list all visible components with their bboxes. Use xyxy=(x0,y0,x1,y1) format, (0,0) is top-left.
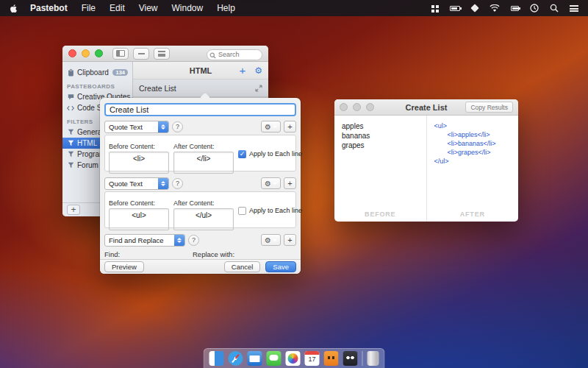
quote-icon xyxy=(67,93,74,100)
sidebar-item-clipboard[interactable]: Clipboard 134 xyxy=(62,67,132,78)
list-view-button[interactable] xyxy=(154,48,170,60)
after-content-label: After Content: xyxy=(173,143,215,150)
before-content-input[interactable]: <li> xyxy=(109,152,169,174)
search-field-wrap xyxy=(207,46,262,60)
filter-name-input[interactable] xyxy=(104,103,296,116)
dock-icon-pastebot[interactable] xyxy=(324,351,339,366)
filter-icon xyxy=(67,140,74,146)
step-type-value: Find and Replace xyxy=(109,236,163,244)
dropbox-icon[interactable] xyxy=(470,3,480,13)
step-type-dropdown[interactable]: Quote Text xyxy=(104,121,169,133)
step-options-button[interactable]: ⚙ xyxy=(261,234,281,246)
filter-settings-gear-icon[interactable]: ⚙ xyxy=(254,66,262,75)
add-step-button[interactable]: + xyxy=(284,177,296,189)
apple-menu-icon[interactable] xyxy=(9,3,18,14)
menu-file[interactable]: File xyxy=(82,3,96,13)
sidebar-toggle-icon xyxy=(116,50,125,57)
menu-view[interactable]: View xyxy=(139,3,158,13)
filter-steps: Quote Text ? ⚙ + Before Content: <li> Af… xyxy=(104,120,296,263)
preview-window: Create List Copy Results apples bananas … xyxy=(334,99,518,222)
menu-status-area xyxy=(430,3,588,13)
keyboard-grid-icon[interactable] xyxy=(430,3,440,13)
collapse-view-button[interactable] xyxy=(133,48,149,60)
before-pane-label: BEFORE xyxy=(334,210,426,218)
dock-icon-pastebot-alt[interactable] xyxy=(343,351,358,366)
spotlight-icon[interactable] xyxy=(549,3,559,13)
sidebar-item-label: Clipboard xyxy=(77,68,109,77)
panel-title: HTML xyxy=(190,66,212,75)
close-button[interactable] xyxy=(68,49,76,57)
menu-help[interactable]: Help xyxy=(217,3,235,13)
pastebot-titlebar[interactable] xyxy=(62,46,268,62)
step-type-dropdown[interactable]: Quote Text xyxy=(104,177,169,190)
menu-bar: Pastebot File Edit View Window Help xyxy=(0,0,588,16)
expand-icon[interactable] xyxy=(255,85,262,92)
battery-small-icon[interactable] xyxy=(450,3,460,13)
step-type-value: Quote Text xyxy=(109,180,143,188)
step-options-button[interactable]: ⚙ xyxy=(261,121,281,132)
add-pasteboard-button[interactable]: + xyxy=(67,205,80,215)
menu-window[interactable]: Window xyxy=(172,3,204,13)
filter-row-create-list[interactable]: Create List xyxy=(133,79,268,97)
help-button[interactable]: ? xyxy=(172,178,183,189)
dock-icon-mail[interactable] xyxy=(248,351,262,366)
preview-button[interactable]: Preview xyxy=(104,261,144,272)
dock-icon-trash[interactable] xyxy=(368,351,379,366)
filter-icon xyxy=(67,151,74,158)
wifi-icon[interactable] xyxy=(490,3,500,13)
code-line: <li>apples</li> xyxy=(434,130,519,139)
minimize-button[interactable] xyxy=(82,49,90,57)
gear-icon: ⚙ xyxy=(265,236,271,244)
help-button[interactable]: ? xyxy=(188,235,199,246)
add-step-button[interactable]: + xyxy=(284,234,296,246)
help-button[interactable]: ? xyxy=(172,121,183,132)
dock: 17 xyxy=(204,348,385,368)
gear-icon: ⚙ xyxy=(265,180,271,188)
copy-results-button[interactable]: Copy Results xyxy=(465,102,513,113)
editor-footer: Preview Cancel Save xyxy=(100,259,301,274)
filter-step-2: Quote Text ? ⚙ + Before Content: <ul> Af… xyxy=(104,177,296,228)
clipboard-icon xyxy=(67,68,74,77)
cancel-button[interactable]: Cancel xyxy=(224,261,261,272)
code-line: <li>grapes</li> xyxy=(434,148,519,157)
notification-center-icon[interactable] xyxy=(569,3,579,13)
clock-icon[interactable] xyxy=(529,3,539,13)
add-filter-button[interactable]: + xyxy=(239,65,245,76)
toggle-sidebar-button[interactable] xyxy=(112,48,129,60)
step-type-value: Quote Text xyxy=(109,123,143,131)
step-options-button[interactable]: ⚙ xyxy=(261,177,281,189)
before-line: apples xyxy=(342,121,426,131)
chevron-down-icon xyxy=(273,126,277,128)
filter-icon xyxy=(67,129,74,135)
chevron-updown-icon xyxy=(158,121,168,132)
after-pane-label: AFTER xyxy=(427,210,519,218)
menu-edit[interactable]: Edit xyxy=(110,3,125,13)
dock-icon-calendar[interactable]: 17 xyxy=(305,351,320,366)
gear-icon: ⚙ xyxy=(265,123,271,131)
code-line: </ul> xyxy=(434,157,519,166)
dock-icon-photos[interactable] xyxy=(286,351,301,366)
filter-icon xyxy=(67,162,74,169)
dock-icon-safari[interactable] xyxy=(229,351,243,366)
add-step-button[interactable]: + xyxy=(284,121,296,132)
after-content-input[interactable]: </li> xyxy=(173,152,234,174)
filters-panel-header: HTML + ⚙ xyxy=(133,62,268,79)
filter-row-label: Create List xyxy=(139,84,176,93)
apply-each-line-checkbox[interactable] xyxy=(238,207,246,215)
after-content-input[interactable]: </ul> xyxy=(173,208,234,230)
dock-icon-messages[interactable] xyxy=(267,351,282,366)
save-button[interactable]: Save xyxy=(265,261,296,272)
code-line: <ul> xyxy=(434,121,519,130)
chevron-down-icon xyxy=(273,239,277,241)
sidebar-item-label: HTML xyxy=(77,139,97,147)
filter-step-1: Quote Text ? ⚙ + Before Content: <li> Af… xyxy=(104,120,296,171)
step-type-dropdown[interactable]: Find and Replace xyxy=(104,234,185,247)
zoom-button[interactable] xyxy=(95,49,103,57)
apply-each-line-checkbox[interactable]: ✓ xyxy=(238,150,246,158)
dock-icon-finder[interactable] xyxy=(209,351,224,366)
code-line: <li>bananas</li> xyxy=(434,139,519,148)
preview-titlebar[interactable]: Create List Copy Results xyxy=(334,99,518,116)
before-content-input[interactable]: <ul> xyxy=(109,208,169,230)
menu-app-name[interactable]: Pastebot xyxy=(30,3,68,13)
battery-icon[interactable] xyxy=(509,3,520,13)
